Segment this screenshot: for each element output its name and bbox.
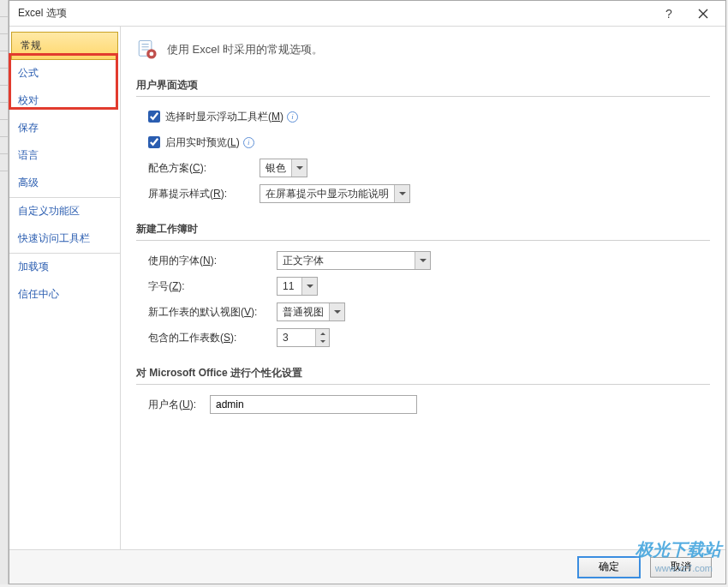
info-icon[interactable]: i [287,111,298,123]
excel-options-dialog: Excel 选项 ? 常规 公式 校对 保存 语言 高级 自定义功能区 快速访问… [9,0,726,584]
content-area: 使用 Excel 时采用的常规选项。 用户界面选项 选择时显示浮动工具栏(M) … [121,27,725,549]
sidebar-item-qat[interactable]: 快速访问工具栏 [9,225,120,253]
help-button[interactable]: ? [652,2,686,26]
workbook-left-strip [0,0,9,584]
dialog-body: 常规 公式 校对 保存 语言 高级 自定义功能区 快速访问工具栏 加载项 信任中… [9,27,725,549]
input-username[interactable] [210,395,417,414]
chevron-down-icon [415,252,430,269]
chevron-down-icon [291,159,307,177]
sidebar-item-language[interactable]: 语言 [9,142,120,170]
sidebar-item-customize-ribbon[interactable]: 自定义功能区 [9,197,120,225]
sidebar-item-trust-center[interactable]: 信任中心 [9,281,120,308]
spinner-sheet-count[interactable]: 3 [277,328,330,347]
group-personal: 用户名(U): [136,395,710,414]
chevron-down-icon [329,303,344,320]
combo-tooltip-style[interactable]: 在屏幕提示中显示功能说明 [260,184,410,203]
label-fontsize: 字号(Z): [148,279,277,294]
close-button[interactable] [686,2,720,26]
info-icon[interactable]: i [243,137,254,148]
page-subtitle: 使用 Excel 时采用的常规选项。 [167,42,323,57]
sidebar: 常规 公式 校对 保存 语言 高级 自定义功能区 快速访问工具栏 加载项 信任中… [9,27,121,549]
combo-fontsize[interactable]: 11 [277,277,318,296]
cancel-button[interactable]: 取消 [650,557,712,578]
svg-point-2 [149,51,153,56]
chevron-down-icon [301,278,317,295]
sidebar-item-addins[interactable]: 加载项 [9,253,120,281]
sidebar-item-advanced[interactable]: 高级 [9,170,120,197]
dialog-footer: 确定 取消 [9,549,725,584]
section-title-new: 新建工作簿时 [136,219,710,241]
spin-up-icon[interactable] [316,329,329,338]
label-tooltip-style: 屏幕提示样式(R): [148,187,260,201]
page-header: 使用 Excel 时采用的常规选项。 [136,39,710,61]
section-title-ui: 用户界面选项 [136,75,710,97]
sidebar-item-save[interactable]: 保存 [9,115,120,142]
spin-down-icon[interactable] [316,338,329,346]
group-ui: 选择时显示浮动工具栏(M) i 启用实时预览(L) i 配色方案(C): 银色 [136,107,710,203]
combo-default-view[interactable]: 普通视图 [277,302,345,321]
combo-font[interactable]: 正文字体 [277,251,431,270]
label-color-scheme: 配色方案(C): [148,161,260,176]
label-floating-toolbar: 选择时显示浮动工具栏(M) [165,110,283,124]
chevron-down-icon [394,185,409,202]
group-new: 使用的字体(N): 正文字体 字号(Z): 11 新工作表的默认视图(V): [136,251,710,347]
close-icon [698,9,708,19]
checkbox-floating-toolbar[interactable] [148,111,160,123]
combo-color-scheme[interactable]: 银色 [260,159,307,177]
section-title-personal: 对 Microsoft Office 进行个性化设置 [136,362,710,385]
sidebar-item-general[interactable]: 常规 [11,32,118,60]
label-font: 使用的字体(N): [148,254,277,268]
sidebar-item-proofing[interactable]: 校对 [9,87,120,115]
label-live-preview: 启用实时预览(L) [165,135,240,150]
label-default-view: 新工作表的默认视图(V): [148,305,277,320]
label-sheet-count: 包含的工作表数(S): [148,331,277,345]
checkbox-live-preview[interactable] [148,136,160,148]
titlebar: Excel 选项 ? [9,1,725,27]
options-icon [136,39,158,61]
window-title: Excel 选项 [18,6,652,21]
sidebar-item-formulas[interactable]: 公式 [9,60,120,87]
ok-button[interactable]: 确定 [578,557,640,578]
label-username: 用户名(U): [148,398,210,412]
